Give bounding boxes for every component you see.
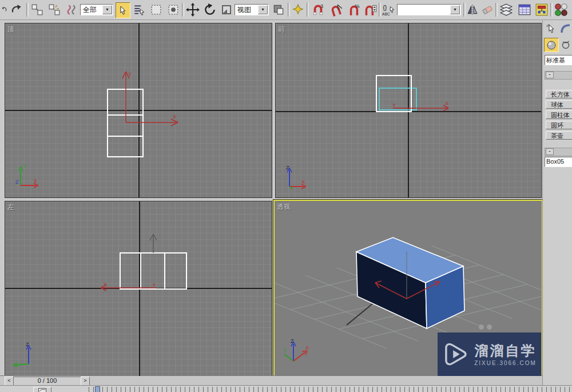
window-crossing-selection-icon[interactable] (166, 2, 181, 17)
time-slider-row: < 0 / 100 > (0, 375, 542, 386)
viewport-perspective-label: 透视 (277, 202, 291, 212)
collapse-icon[interactable]: - (546, 148, 554, 155)
toolbar-separator (182, 3, 184, 17)
object-name-value: Box05 (546, 158, 564, 165)
reference-coordinate-value: 视图 (237, 6, 251, 14)
svg-text:{}: {} (383, 4, 387, 11)
svg-text:Y: Y (392, 102, 396, 108)
dropdown-arrow-icon[interactable]: ▼ (450, 5, 460, 14)
layer-manager-icon[interactable] (499, 2, 514, 17)
dropdown-arrow-icon[interactable]: ▼ (102, 5, 112, 14)
watermark-dot (487, 324, 492, 330)
watermark: 溜溜自学 ZIXUE.3066.COM (438, 332, 541, 376)
object-name-field[interactable]: Box05 (545, 157, 572, 167)
viewport-front-label: 前 (278, 25, 285, 34)
modify-tab-icon[interactable] (559, 22, 572, 35)
select-and-move-icon[interactable] (185, 2, 200, 17)
watermark-brand: 溜溜自学 (475, 343, 537, 359)
selection-filter-value: 全部 (83, 6, 97, 14)
svg-text:X: X (301, 179, 305, 185)
undo-icon[interactable] (0, 2, 7, 17)
viewport-left[interactable]: 左 Y x Z (5, 201, 272, 377)
rectangular-selection-region-icon[interactable] (149, 2, 164, 17)
viewport-left-label: 左 (7, 203, 14, 212)
create-tab-icon[interactable] (544, 22, 558, 35)
svg-text:Z: Z (15, 179, 19, 185)
watermark-dot (479, 324, 484, 330)
svg-text:Z: Z (26, 342, 29, 347)
percent-snap-toggle-icon[interactable]: % (347, 2, 362, 17)
viewport-top-label: 顶 (7, 25, 14, 34)
snap-toggle-3d-icon[interactable]: 3 (310, 2, 326, 17)
watermark-site: ZIXUE.3066.COM (474, 360, 537, 366)
3dsmax-window: 全部 ▼ 视图 ▼ (0, 0, 572, 392)
angle-snap-toggle-icon[interactable] (328, 2, 344, 17)
svg-text:X: X (34, 178, 37, 184)
redo-icon[interactable] (9, 2, 24, 17)
create-torus-button[interactable]: 圆环 (546, 121, 572, 129)
dropdown-arrow-icon[interactable]: ▼ (258, 5, 268, 14)
geometry-category-icon[interactable] (544, 38, 559, 52)
select-object-button[interactable] (116, 2, 130, 18)
previous-frame-button[interactable]: < (5, 377, 14, 386)
axis-tripod: Y X Z (11, 162, 45, 192)
object-type-rollout-header[interactable]: - (545, 71, 572, 80)
front-wireframe: Y X (276, 23, 541, 197)
create-sphere-button[interactable]: 球体 (546, 100, 572, 109)
collapse-icon[interactable]: - (546, 72, 554, 78)
track-bar-ticks (89, 387, 571, 392)
current-frame-marker[interactable] (95, 386, 100, 392)
create-box-button[interactable]: 长方体 (546, 90, 572, 98)
named-selection-sets-icon[interactable]: {}ABC (381, 2, 396, 17)
mirror-icon[interactable] (466, 2, 479, 17)
bind-to-spacewarp-icon[interactable] (64, 2, 79, 17)
time-slider[interactable]: 0 / 100 (13, 377, 81, 386)
toolbar-separator (307, 3, 309, 17)
name-color-rollout-header[interactable]: - (545, 148, 572, 156)
select-by-name-icon[interactable] (132, 2, 146, 17)
shapes-category-icon[interactable] (559, 38, 572, 51)
svg-text:Z: Z (286, 165, 289, 171)
svg-text:ABC: ABC (382, 12, 390, 16)
svg-text:Y: Y (23, 163, 26, 169)
use-pivot-center-icon[interactable] (271, 2, 286, 17)
viewport-perspective[interactable]: 透视 (273, 200, 543, 377)
create-cylinder-button[interactable]: 圆柱体 (546, 110, 572, 119)
create-teapot-button[interactable]: 茶壶 (546, 131, 572, 140)
unlink-icon[interactable] (47, 2, 62, 17)
svg-text:Y: Y (128, 72, 132, 77)
select-and-scale-icon[interactable] (220, 2, 233, 17)
svg-text:x: x (153, 282, 156, 287)
open-mini-curve-editor-button[interactable] (33, 387, 51, 392)
svg-text:X: X (173, 114, 176, 120)
material-editor-icon[interactable] (553, 2, 570, 17)
command-panel: 标准基 - 长方体 球体 圆柱体 圆环 茶壶 - Box05 (542, 21, 572, 392)
selection-filter-dropdown[interactable]: 全部 ▼ (80, 4, 113, 15)
axis-tripod: Z (10, 341, 46, 372)
svg-text:3: 3 (320, 3, 323, 9)
align-icon[interactable] (480, 2, 494, 17)
named-selection-dropdown[interactable]: ▼ (397, 4, 461, 15)
next-frame-button[interactable]: > (81, 377, 90, 386)
curve-editor-icon[interactable] (517, 2, 532, 17)
select-and-manipulate-icon[interactable] (291, 2, 305, 17)
schematic-view-icon[interactable] (534, 2, 549, 17)
axis-tripod: Z X (280, 164, 315, 194)
watermark-play-icon (442, 341, 468, 367)
axis-tripod: Z Y X (283, 337, 319, 369)
select-and-rotate-icon[interactable] (202, 2, 217, 17)
svg-text:X: X (445, 101, 448, 106)
track-bar[interactable] (0, 385, 572, 392)
link-icon[interactable] (30, 2, 45, 17)
svg-text:Y: Y (104, 282, 107, 287)
spinner-snap-toggle-icon[interactable] (363, 2, 378, 17)
svg-text:%: % (355, 3, 360, 9)
viewport-top[interactable]: 顶 Y X Y X Z (5, 23, 272, 198)
svg-text:Y: Y (283, 347, 287, 353)
reference-coordinate-dropdown[interactable]: 视图 ▼ (235, 4, 269, 15)
primitive-category-dropdown[interactable]: 标准基 (545, 55, 572, 65)
main-toolbar: 全部 ▼ 视图 ▼ (0, 0, 572, 20)
primitive-category-value: 标准基 (546, 57, 565, 64)
svg-text:Z: Z (291, 338, 294, 344)
viewport-front[interactable]: 前 Y X Z X (275, 23, 542, 198)
